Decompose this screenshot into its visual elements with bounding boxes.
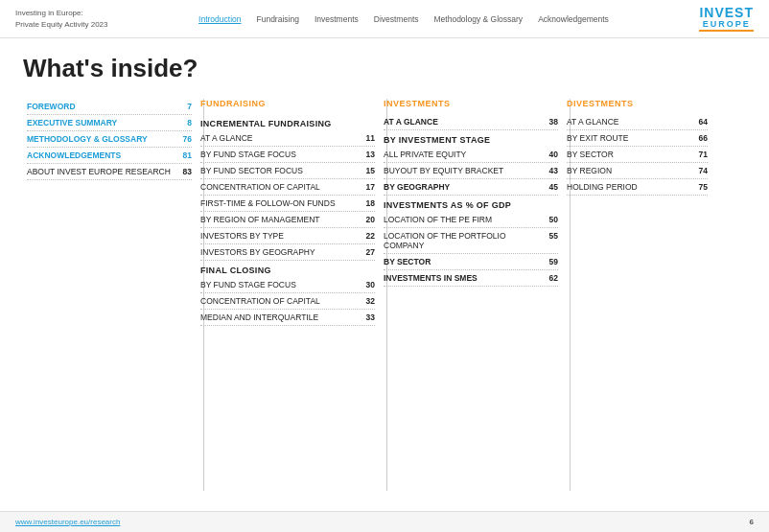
col-fundraising: FUNDRAISING INCREMENTAL FUNDRAISINGAT A …: [197, 99, 379, 491]
toc-num: 13: [366, 150, 375, 159]
col-divestments: DIVESTMENTS AT A GLANCE64BY EXIT ROUTE66…: [563, 99, 711, 491]
toc-num: 22: [366, 231, 375, 241]
fundraising-header: FUNDRAISING: [200, 99, 375, 108]
toc-num: 32: [366, 296, 375, 306]
toc-label: AT A GLANCE: [384, 117, 549, 127]
toc-label: BY SECTOR: [567, 150, 699, 159]
toc-item: EXECUTIVE SUMMARY8: [27, 115, 192, 131]
nav-acknowledgements[interactable]: Acknowledgements: [538, 14, 609, 24]
bottom-bar: www.investeurope.eu/research 6: [0, 511, 769, 532]
toc-num: 20: [366, 215, 375, 224]
col-left: FOREWORD7EXECUTIVE SUMMARY8METHODOLOGY &…: [23, 99, 196, 491]
section-subheader: INCREMENTAL FUNDRAISING: [200, 114, 375, 130]
toc-item: BY FUND SECTOR FOCUS15: [200, 163, 375, 179]
section-subheader: BY INVESTMENT STAGE: [384, 130, 558, 147]
toc-item: BY GEOGRAPHY45: [384, 179, 558, 196]
toc-item: INVESTORS BY GEOGRAPHY27: [200, 244, 375, 261]
toc-num: 66: [699, 133, 708, 143]
section-subheader: INVESTMENTS AS % OF GDP: [384, 196, 558, 212]
toc-item: BY REGION OF MANAGEMENT20: [200, 212, 375, 228]
investments-header: INVESTMENTS: [384, 99, 558, 108]
toc-label: METHODOLOGY & GLOSSARY: [27, 134, 183, 144]
footer-page: 6: [750, 518, 754, 526]
main-content: What's inside? FOREWORD7EXECUTIVE SUMMAR…: [0, 38, 769, 503]
toc-label: BUYOUT BY EQUITY BRACKET: [384, 166, 549, 175]
col4-items: AT A GLANCE64BY EXIT ROUTE66BY SECTOR71B…: [567, 114, 708, 196]
top-nav: Introduction Fundraising Investments Div…: [198, 14, 609, 24]
nav-methodology[interactable]: Methodology & Glossary: [434, 14, 524, 24]
toc-item: ACKNOWLEDGEMENTS81: [27, 148, 192, 164]
toc-num: 17: [366, 182, 375, 192]
toc-item: ALL PRIVATE EQUITY40: [384, 147, 558, 163]
nav-introduction[interactable]: Introduction: [198, 14, 241, 24]
toc-item: CONCENTRATION OF CAPITAL32: [200, 293, 375, 310]
toc-label: BY SECTOR: [384, 257, 549, 266]
pub-line1: Investing in Europe:: [15, 8, 108, 18]
toc-label: MEDIAN AND INTERQUARTILE: [200, 312, 366, 322]
toc-grid: FOREWORD7EXECUTIVE SUMMARY8METHODOLOGY &…: [23, 99, 746, 491]
toc-label: INVESTORS BY TYPE: [200, 231, 366, 241]
col1-items: FOREWORD7EXECUTIVE SUMMARY8METHODOLOGY &…: [27, 99, 192, 180]
toc-num: 74: [699, 166, 708, 175]
toc-item: BY FUND STAGE FOCUS13: [200, 147, 375, 163]
toc-num: 55: [549, 231, 558, 241]
toc-item: BY REGION74: [567, 163, 708, 179]
toc-item: AT A GLANCE64: [567, 114, 708, 130]
toc-item: BY FUND STAGE FOCUS30: [200, 277, 375, 293]
toc-label: CONCENTRATION OF CAPITAL: [200, 296, 366, 306]
toc-label: BY REGION OF MANAGEMENT: [200, 215, 366, 224]
toc-item: FOREWORD7: [27, 99, 192, 115]
toc-num: 8: [187, 118, 192, 127]
toc-label: EXECUTIVE SUMMARY: [27, 118, 187, 127]
toc-item: HOLDING PERIOD75: [567, 179, 708, 196]
toc-num: 64: [699, 117, 708, 127]
toc-num: 30: [366, 280, 375, 289]
col-investments: INVESTMENTS AT A GLANCE38BY INVESTMENT S…: [380, 99, 562, 491]
toc-item: BY EXIT ROUTE66: [567, 130, 708, 147]
toc-label: CONCENTRATION OF CAPITAL: [200, 182, 366, 192]
divestments-header: DIVESTMENTS: [567, 99, 708, 108]
toc-item: FIRST-TIME & FOLLOW-ON FUNDS18: [200, 196, 375, 212]
toc-item: METHODOLOGY & GLOSSARY76: [27, 131, 192, 148]
toc-label: LOCATION OF THE PORTFOLIO COMPANY: [384, 231, 549, 250]
toc-label: ACKNOWLEDGEMENTS: [27, 150, 183, 160]
toc-num: 50: [549, 215, 558, 224]
toc-label: BY EXIT ROUTE: [567, 133, 699, 143]
toc-num: 27: [366, 247, 375, 257]
toc-num: 45: [549, 182, 558, 192]
page-title: What's inside?: [23, 54, 746, 83]
toc-num: 15: [366, 166, 375, 175]
nav-fundraising[interactable]: Fundraising: [257, 14, 299, 24]
toc-num: 11: [366, 133, 375, 143]
toc-item: MEDIAN AND INTERQUARTILE33: [200, 310, 375, 326]
toc-item: LOCATION OF THE PE FIRM50: [384, 212, 558, 228]
toc-item: CONCENTRATION OF CAPITAL17: [200, 179, 375, 196]
logo-underline: [699, 30, 754, 32]
toc-num: 43: [549, 166, 558, 175]
top-bar: Investing in Europe: Private Equity Acti…: [0, 0, 769, 38]
toc-label: FIRST-TIME & FOLLOW-ON FUNDS: [200, 198, 366, 208]
nav-investments[interactable]: Investments: [315, 14, 359, 24]
toc-label: INVESTORS BY GEOGRAPHY: [200, 247, 366, 257]
nav-divestments[interactable]: Divestments: [374, 14, 419, 24]
toc-label: ALL PRIVATE EQUITY: [384, 150, 549, 159]
toc-item: INVESTORS BY TYPE22: [200, 228, 375, 244]
toc-item: INVESTMENTS IN SMES62: [384, 270, 558, 287]
toc-num: 75: [699, 182, 708, 192]
toc-label: HOLDING PERIOD: [567, 182, 699, 192]
toc-num: 40: [549, 150, 558, 159]
toc-label: BY FUND SECTOR FOCUS: [200, 166, 366, 175]
toc-item: BY SECTOR71: [567, 147, 708, 163]
toc-num: 71: [699, 150, 708, 159]
toc-num: 76: [183, 134, 192, 144]
toc-num: 59: [549, 257, 558, 266]
section-subheader: FINAL CLOSING: [200, 261, 375, 277]
pub-line2: Private Equity Activity 2023: [15, 19, 108, 30]
toc-num: 33: [366, 312, 375, 322]
col2-items: INCREMENTAL FUNDRAISINGAT A GLANCE11BY F…: [200, 114, 375, 326]
toc-label: FOREWORD: [27, 102, 187, 111]
toc-item: LOCATION OF THE PORTFOLIO COMPANY55: [384, 228, 558, 254]
logo-invest: INVEST: [699, 6, 754, 19]
footer-url[interactable]: www.investeurope.eu/research: [15, 518, 120, 526]
toc-label: AT A GLANCE: [567, 117, 699, 127]
